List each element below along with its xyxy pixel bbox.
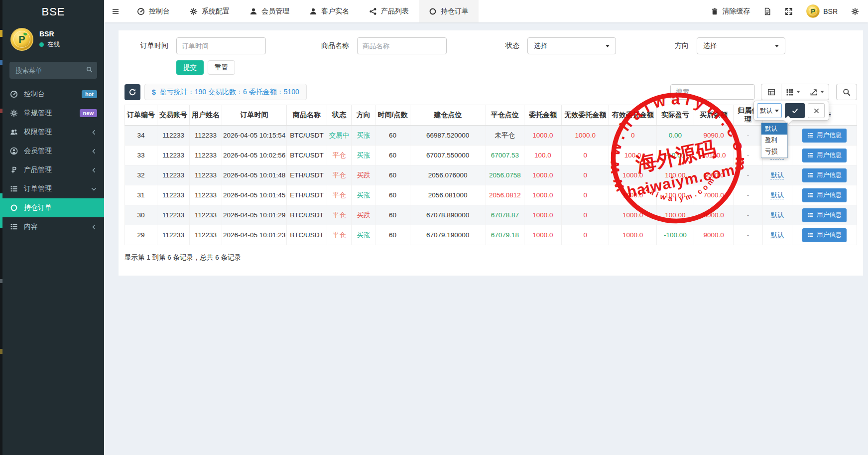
caret-down-icon: [821, 91, 824, 93]
editor-option-盈利[interactable]: 盈利: [761, 135, 787, 146]
sidebar-search-input[interactable]: [9, 62, 97, 79]
avatar: P: [806, 4, 820, 18]
tab-system-config[interactable]: 系统配置: [180, 0, 240, 22]
list-icon: [807, 232, 814, 238]
control-mode-link[interactable]: 默认: [770, 171, 784, 179]
control-mode-link[interactable]: 默认: [770, 211, 784, 219]
cell-16: 默认: [763, 205, 792, 225]
cell-14: 6000.0: [694, 165, 733, 185]
cell-2: 112233: [189, 225, 222, 245]
reset-button[interactable]: 重置: [208, 60, 235, 75]
cell-9: 67079.18: [486, 225, 524, 245]
product-name-input[interactable]: [357, 37, 447, 54]
search-button[interactable]: [836, 84, 857, 100]
sidebar-item-content[interactable]: 内容: [2, 217, 104, 236]
order-time-input[interactable]: [176, 37, 266, 54]
cell-1: 112233: [157, 225, 189, 245]
share-nodes-icon: [369, 7, 377, 15]
editor-confirm-button[interactable]: [785, 103, 805, 118]
cell-11: 0: [562, 165, 609, 185]
cell-4: ETH/USDT: [286, 185, 327, 205]
user-info-button[interactable]: 用户信息: [802, 188, 847, 202]
control-mode-link[interactable]: 默认: [770, 191, 784, 199]
product-name-label: 商品名称: [305, 41, 357, 50]
cell-5: 平仓: [327, 165, 352, 185]
tab-kyc[interactable]: 客户实名: [299, 0, 359, 22]
user-info-button[interactable]: 用户信息: [802, 228, 847, 242]
tab-dashboard[interactable]: 控制台: [127, 0, 180, 22]
table-row: 311122331122332026-04-05 10:01:45ETH/USD…: [125, 185, 857, 205]
tab-product-list[interactable]: 产品列表: [359, 0, 419, 22]
cell-3: 2026-04-05 10:01:45: [222, 185, 286, 205]
topnav-user[interactable]: P BSR: [806, 4, 838, 18]
column-header-8: 建仓点位: [410, 105, 486, 126]
cell-8: 2056.081000: [410, 185, 486, 205]
cell-7: 60: [375, 205, 410, 225]
columns-button[interactable]: [781, 84, 805, 100]
user-icon: [309, 7, 317, 15]
clear-cache-button[interactable]: 清除缓存: [711, 7, 750, 16]
tab-open-orders[interactable]: 持仓订单: [419, 0, 479, 22]
cell-9: 67078.87: [486, 205, 524, 225]
table-row: 301122331122332026-04-05 10:01:29BTC/USD…: [125, 205, 857, 225]
online-dot-icon: [39, 42, 44, 47]
gauge-icon: [9, 90, 18, 98]
cell-13: 100.00: [656, 165, 694, 185]
cell-2: 112233: [189, 185, 222, 205]
table-search-input[interactable]: [670, 84, 755, 100]
user-info-button[interactable]: 用户信息: [802, 129, 847, 143]
tab-members[interactable]: 会员管理: [240, 0, 299, 22]
control-mode-link[interactable]: 默认: [770, 231, 784, 239]
users-icon: [9, 128, 18, 136]
refresh-button[interactable]: [124, 84, 140, 100]
user-icon: [249, 7, 257, 15]
column-header-9: 平仓点位: [486, 105, 524, 126]
toggle-view-button[interactable]: [761, 84, 781, 100]
settings-cogs-icon[interactable]: [851, 7, 859, 15]
sidebar-item-general[interactable]: 常规管理 new: [2, 104, 104, 123]
cell-15: -: [734, 225, 763, 245]
filter-bar: 订单时间 商品名称 状态 选择 方向 选择: [124, 37, 857, 54]
column-header-12: 有效委托金额: [609, 105, 656, 126]
sidebar-item-orders[interactable]: 订单管理: [2, 179, 104, 198]
chevron-left-icon: [91, 224, 97, 230]
editor-cancel-button[interactable]: [808, 103, 825, 118]
sidebar-item-permissions[interactable]: 权限管理: [2, 123, 104, 142]
submit-button[interactable]: 提交: [176, 60, 204, 75]
editor-option-默认[interactable]: 默认: [761, 123, 787, 135]
status-select[interactable]: 选择: [527, 37, 616, 54]
log-doc-icon[interactable]: [763, 7, 771, 15]
user-info-button[interactable]: 用户信息: [802, 168, 847, 182]
hamburger-menu-icon[interactable]: [104, 0, 127, 22]
export-button[interactable]: [805, 84, 829, 100]
cell-12: 1000.0: [609, 185, 656, 205]
user-info-button[interactable]: 用户信息: [802, 208, 847, 222]
cell-6: 买涨: [351, 146, 375, 165]
sidebar-item-members[interactable]: 会员管理: [2, 142, 104, 160]
cell-14: 9090.0: [694, 126, 733, 146]
fullscreen-icon[interactable]: [785, 7, 793, 15]
cell-0: 30: [125, 205, 157, 225]
direction-select[interactable]: 选择: [697, 37, 785, 54]
app-logo: BSE: [2, 0, 104, 24]
editor-select[interactable]: 默认: [757, 103, 782, 118]
sidebar-item-products[interactable]: 产品管理: [2, 160, 104, 179]
editor-option-亏损[interactable]: 亏损: [761, 146, 787, 157]
sidebar-item-open-orders[interactable]: 持仓订单: [2, 198, 104, 217]
table-view-buttons: [761, 84, 829, 100]
user-circle-icon: [9, 147, 18, 155]
cell-13: -100.00: [656, 225, 694, 245]
cell-4: BTC/USDT: [286, 146, 327, 165]
cell-7: 60: [375, 225, 410, 245]
sidebar-menu: 控制台 hot 常规管理 new 权限管理 会员管理 产品管理: [2, 85, 104, 236]
cell-15: -: [734, 185, 763, 205]
cell-6: 买涨: [351, 185, 375, 205]
cell-0: 33: [125, 146, 157, 165]
editor-select-dropdown: 默认盈利亏损: [761, 123, 788, 158]
cell-14: 7000.0: [694, 185, 733, 205]
cell-5: 平仓: [327, 225, 352, 245]
sidebar-item-dashboard[interactable]: 控制台 hot: [2, 85, 104, 104]
column-header-6: 方向: [351, 105, 375, 126]
cell-17: 用户信息: [792, 225, 857, 245]
user-info-button[interactable]: 用户信息: [802, 149, 847, 162]
